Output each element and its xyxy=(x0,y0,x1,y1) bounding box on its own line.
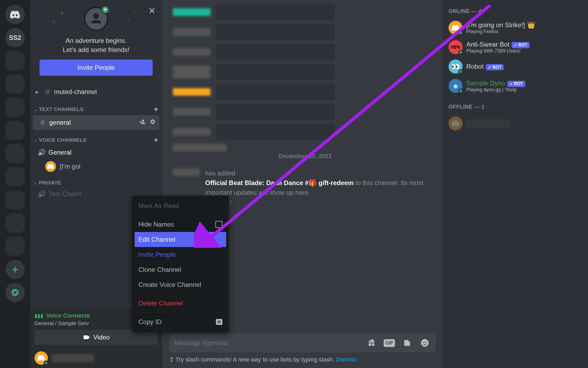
svg-point-1 xyxy=(408,342,408,343)
voice-user[interactable]: [I'm goi xyxy=(30,159,162,174)
ctx-clone-channel[interactable]: Clone Channel xyxy=(135,262,226,277)
member-row[interactable]: ◈ Sample Dyno✓ BOT Playing dyno.gg | ?he… xyxy=(449,76,582,96)
home-button[interactable] xyxy=(5,5,25,24)
ctx-mark-as-read: Mark As Read xyxy=(135,198,226,213)
server-item[interactable] xyxy=(5,51,25,71)
message-placeholder: Message #general xyxy=(174,339,360,347)
gear-icon[interactable] xyxy=(149,119,156,127)
sparkle-icon: ·· xyxy=(68,26,70,31)
chevron-down-icon: ⌄ xyxy=(34,138,37,142)
offline-header: OFFLINE — 1 xyxy=(449,104,582,110)
hash-icon: # xyxy=(40,118,45,127)
slash-command-hint: ↥ Try slash commands! A new way to use b… xyxy=(162,354,443,368)
channel-general[interactable]: # general xyxy=(33,115,159,130)
plus-badge-icon: + xyxy=(101,5,110,14)
discord-logo-icon xyxy=(452,24,460,32)
avatar xyxy=(45,161,56,172)
checkbox-icon[interactable] xyxy=(215,221,222,228)
message-input[interactable]: Message #general GIF xyxy=(169,334,436,352)
discord-logo-icon xyxy=(10,9,20,20)
dismiss-link[interactable]: Dismiss xyxy=(336,356,357,363)
svg-point-4 xyxy=(425,342,426,343)
member-row[interactable] xyxy=(449,114,582,133)
date-divider: December 30, 2021 xyxy=(173,156,437,164)
online-header: ONLINE — 4 xyxy=(449,8,582,14)
status-online-icon xyxy=(458,30,463,35)
sticker-icon[interactable] xyxy=(402,338,412,348)
avatar xyxy=(34,351,48,365)
followed-channel-name: Official Beat Blade: Dash Dance #🎁 gift-… xyxy=(205,179,354,186)
member-row[interactable]: 👀 Robot✓ BOT xyxy=(449,57,582,76)
server-item[interactable] xyxy=(5,167,25,186)
user-icon xyxy=(89,12,103,26)
bot-badge: ✓ BOT xyxy=(486,64,504,70)
username-redacted xyxy=(466,119,509,127)
add-channel-icon[interactable]: + xyxy=(154,136,158,144)
gift-icon[interactable] xyxy=(366,338,377,348)
avatar: ◈ xyxy=(449,79,463,93)
category-text-channels[interactable]: ⌄ TEXT CHANNELS + xyxy=(30,99,162,115)
ctx-delete-channel[interactable]: Delete Channel xyxy=(135,296,226,311)
username-redacted xyxy=(51,354,94,362)
avatar xyxy=(449,116,463,130)
add-channel-icon[interactable]: + xyxy=(154,105,158,114)
avatar xyxy=(449,21,463,35)
compass-icon xyxy=(11,288,19,297)
gif-icon[interactable]: GIF xyxy=(384,338,395,348)
add-member-icon[interactable] xyxy=(139,119,145,127)
member-row[interactable]: [I'm going on Strike!]👑 Playing Firefox xyxy=(449,18,582,37)
explore-button[interactable] xyxy=(5,283,25,302)
server-item[interactable] xyxy=(5,98,25,117)
server-item[interactable] xyxy=(5,144,25,163)
close-icon[interactable]: ✕ xyxy=(148,6,156,15)
server-item[interactable] xyxy=(5,121,25,140)
speaker-icon: 🔊 xyxy=(38,149,46,156)
signal-icon: ▮▮▮ xyxy=(34,313,43,319)
status-online-icon xyxy=(44,360,48,365)
svg-point-3 xyxy=(423,342,424,343)
voice-channel-general[interactable]: 🔊 General xyxy=(30,146,162,159)
hash-icon: # xyxy=(45,87,50,96)
voice-connected-label: Voice Connecte xyxy=(46,312,90,319)
category-private[interactable]: ⌄ PRIVATE xyxy=(30,174,162,188)
category-voice-channels[interactable]: ⌄ VOICE CHANNELS + xyxy=(30,130,162,146)
sparkle-icon: • xyxy=(61,11,63,15)
invite-people-button[interactable]: Invite People xyxy=(40,60,153,76)
ctx-create-voice-channel[interactable]: Create Voice Channel xyxy=(135,277,226,292)
avatar: #$% xyxy=(449,40,463,54)
server-item[interactable] xyxy=(5,190,25,210)
id-badge-icon: ID xyxy=(216,319,222,325)
member-row[interactable]: #$% Anti-Swear Bot✓ BOT Playing With 738… xyxy=(449,37,582,57)
message-timestamp: 12/30/2021 xyxy=(205,199,437,205)
ctx-invite-people[interactable]: Invite People xyxy=(135,247,226,262)
emoji-icon[interactable] xyxy=(419,338,430,348)
server-item[interactable] xyxy=(5,237,25,256)
ctx-copy-id[interactable]: Copy ID ID xyxy=(135,314,226,329)
server-item[interactable] xyxy=(5,213,25,233)
invite-card: ✕ + • ·· ○ • + An adventure begins. Let'… xyxy=(30,0,162,80)
invite-avatar: + xyxy=(84,6,108,31)
bot-badge: ✓ BOT xyxy=(512,42,530,48)
channel-muted[interactable]: ▸ # muted-channel xyxy=(30,85,162,99)
discord-logo-icon xyxy=(452,119,460,127)
status-online-icon xyxy=(458,89,463,93)
discord-logo-icon xyxy=(47,163,54,170)
bot-badge: ✓ BOT xyxy=(507,81,525,87)
status-online-icon xyxy=(458,69,463,74)
server-ss2[interactable]: SS2 xyxy=(5,28,25,47)
svg-point-2 xyxy=(421,339,429,347)
add-server-button[interactable]: + xyxy=(5,260,25,279)
context-menu: Mark As Read Hide Names Edit Channel Inv… xyxy=(132,196,229,332)
channel-sidebar: ✕ + • ·· ○ • + An adventure begins. Let'… xyxy=(30,0,162,368)
discord-logo-icon xyxy=(37,354,45,362)
svg-point-0 xyxy=(405,342,406,343)
ctx-hide-names[interactable]: Hide Names xyxy=(135,217,226,232)
sparkle-icon: • xyxy=(134,11,135,15)
server-item[interactable] xyxy=(5,74,25,94)
invite-text: An adventure begins. Let's add some frie… xyxy=(36,36,157,54)
video-icon xyxy=(83,334,90,341)
sparkle-icon: + xyxy=(53,19,55,24)
ctx-edit-channel[interactable]: Edit Channel xyxy=(135,232,226,247)
user-area[interactable] xyxy=(30,348,162,368)
chevron-down-icon: ⌄ xyxy=(34,181,37,185)
